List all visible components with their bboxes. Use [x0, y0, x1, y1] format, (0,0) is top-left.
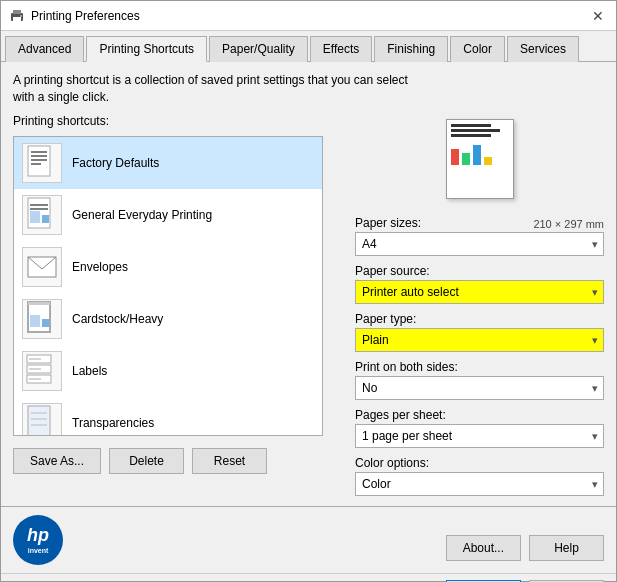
svg-rect-18 [42, 319, 49, 327]
preview-document [446, 119, 514, 199]
reset-button[interactable]: Reset [192, 448, 267, 474]
svg-rect-16 [28, 302, 50, 305]
svg-rect-4 [28, 146, 50, 176]
tab-content: A printing shortcut is a collection of s… [1, 62, 616, 506]
shortcut-item-general-everyday[interactable]: General Everyday Printing [14, 189, 322, 241]
paper-sizes-label: Paper sizes: [355, 216, 421, 230]
tab-color[interactable]: Color [450, 36, 505, 62]
factory-defaults-icon [22, 143, 62, 183]
tab-printing-shortcuts[interactable]: Printing Shortcuts [86, 36, 207, 62]
shortcut-name-envelopes: Envelopes [72, 260, 128, 274]
shortcut-name-cardstock: Cardstock/Heavy [72, 312, 163, 326]
delete-button[interactable]: Delete [109, 448, 184, 474]
preview-text-lines [451, 124, 509, 137]
shortcut-name-general-everyday: General Everyday Printing [72, 208, 212, 222]
title-bar-left: Printing Preferences [9, 8, 140, 24]
footer-wrapper: hp invent About... Help OK Cancel [1, 506, 616, 582]
color-options-select[interactable]: Color Black & White Grayscale [355, 472, 604, 496]
pages-per-sheet-label: Pages per sheet: [355, 408, 604, 422]
footer: hp invent About... Help [1, 506, 616, 573]
paper-sizes-value: 210 × 297 mm [533, 218, 604, 230]
tab-paper-quality[interactable]: Paper/Quality [209, 36, 308, 62]
shortcuts-list[interactable]: Factory Defaults [13, 136, 323, 436]
tab-services[interactable]: Services [507, 36, 579, 62]
svg-rect-25 [28, 406, 50, 436]
color-options-field: Color options: Color Black & White Grays… [355, 456, 604, 496]
paper-sizes-select[interactable]: A4 Letter Legal [355, 232, 604, 256]
paper-source-select-wrapper: Printer auto select Tray 1 Tray 2 [355, 280, 604, 304]
labels-icon [22, 351, 62, 391]
tab-advanced[interactable]: Advanced [5, 36, 84, 62]
shortcut-item-transparencies[interactable]: Transparencies [14, 397, 322, 436]
envelopes-icon [22, 247, 62, 287]
color-options-label: Color options: [355, 456, 604, 470]
svg-rect-10 [30, 211, 40, 223]
paper-type-label: Paper type: [355, 312, 604, 326]
preview-area [355, 114, 604, 204]
shortcut-name-transparencies: Transparencies [72, 416, 154, 430]
printer-icon [9, 8, 25, 24]
preview-line-2 [451, 129, 500, 132]
right-panel: Paper sizes: 210 × 297 mm A4 Letter Lega… [355, 114, 604, 496]
shortcut-name-labels: Labels [72, 364, 107, 378]
print-both-sides-field: Print on both sides: No Yes - Long Edge … [355, 360, 604, 400]
save-as-button[interactable]: Save As... [13, 448, 101, 474]
footer-middle: About... Help [71, 515, 604, 561]
shortcut-name-factory-defaults: Factory Defaults [72, 156, 159, 170]
svg-rect-2 [13, 17, 21, 21]
paper-source-select[interactable]: Printer auto select Tray 1 Tray 2 [355, 280, 604, 304]
shortcuts-label: Printing shortcuts: [13, 114, 343, 128]
shortcut-item-cardstock[interactable]: Cardstock/Heavy [14, 293, 322, 345]
shortcut-buttons: Save As... Delete Reset [13, 448, 343, 474]
preview-line-3 [451, 134, 492, 137]
tab-effects[interactable]: Effects [310, 36, 372, 62]
color-options-select-wrapper: Color Black & White Grayscale [355, 472, 604, 496]
paper-sizes-select-wrapper: A4 Letter Legal [355, 232, 604, 256]
tab-bar: Advanced Printing Shortcuts Paper/Qualit… [1, 31, 616, 62]
svg-point-3 [20, 15, 22, 17]
paper-type-select-wrapper: Plain Photo Glossy [355, 328, 604, 352]
shortcut-item-labels[interactable]: Labels [14, 345, 322, 397]
paper-type-select[interactable]: Plain Photo Glossy [355, 328, 604, 352]
description-text: A printing shortcut is a collection of s… [13, 72, 604, 106]
paper-type-field: Paper type: Plain Photo Glossy [355, 312, 604, 352]
hp-logo: hp invent [13, 515, 63, 565]
preview-line-1 [451, 124, 492, 127]
main-area: Printing shortcuts: [13, 114, 604, 496]
left-panel: Printing shortcuts: [13, 114, 343, 496]
svg-rect-1 [13, 10, 21, 14]
shortcut-item-factory-defaults[interactable]: Factory Defaults [14, 137, 322, 189]
help-button[interactable]: Help [529, 535, 604, 561]
shortcut-item-envelopes[interactable]: Envelopes [14, 241, 322, 293]
preview-chart [451, 145, 509, 165]
svg-rect-17 [30, 315, 40, 327]
pages-per-sheet-select[interactable]: 1 page per sheet 2 pages per sheet 4 pag… [355, 424, 604, 448]
paper-source-field: Paper source: Printer auto select Tray 1… [355, 264, 604, 304]
printing-preferences-window: Printing Preferences ✕ Advanced Printing… [0, 0, 617, 582]
general-everyday-icon [22, 195, 62, 235]
window-title: Printing Preferences [31, 9, 140, 23]
pages-per-sheet-select-wrapper: 1 page per sheet 2 pages per sheet 4 pag… [355, 424, 604, 448]
pages-per-sheet-field: Pages per sheet: 1 page per sheet 2 page… [355, 408, 604, 448]
title-bar: Printing Preferences ✕ [1, 1, 616, 31]
ok-cancel-row: OK Cancel [1, 573, 616, 582]
svg-rect-11 [42, 215, 49, 223]
print-both-sides-select-wrapper: No Yes - Long Edge Yes - Short Edge [355, 376, 604, 400]
paper-sizes-label-row: Paper sizes: 210 × 297 mm [355, 216, 604, 232]
paper-sizes-field: Paper sizes: 210 × 297 mm A4 Letter Lega… [355, 216, 604, 256]
about-button[interactable]: About... [446, 535, 521, 561]
paper-source-label: Paper source: [355, 264, 604, 278]
cardstock-icon [22, 299, 62, 339]
footer-left: hp invent [13, 515, 63, 565]
print-both-sides-select[interactable]: No Yes - Long Edge Yes - Short Edge [355, 376, 604, 400]
close-button[interactable]: ✕ [588, 6, 608, 26]
transparencies-icon [22, 403, 62, 436]
tab-finishing[interactable]: Finishing [374, 36, 448, 62]
print-both-sides-label: Print on both sides: [355, 360, 604, 374]
